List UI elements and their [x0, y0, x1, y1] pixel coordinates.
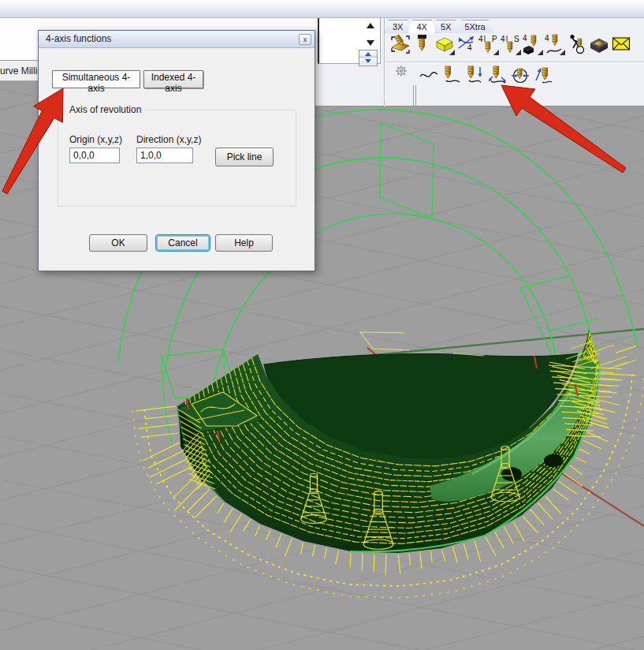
help-button[interactable]: Help [215, 234, 273, 252]
sash-handle[interactable] [413, 85, 416, 106]
ribbon-tab-5x[interactable]: 5X [432, 20, 460, 33]
axis-of-revolution-group: Axis of revolution Origin (x,y,z) Direct… [58, 110, 296, 207]
svg-text:S: S [514, 35, 519, 43]
plunge-drill-icon[interactable] [411, 33, 433, 57]
svg-text:P: P [492, 35, 497, 43]
close-icon[interactable]: x [299, 34, 311, 45]
cancel-button[interactable]: Cancel [155, 234, 210, 252]
rotary-axis-icon[interactable]: 4 [456, 33, 477, 57]
pick-line-button[interactable]: Pick line [215, 148, 274, 166]
svg-text:4: 4 [467, 43, 472, 52]
drill-curve-icon[interactable] [441, 65, 462, 88]
svg-text:4: 4 [545, 34, 549, 43]
dialog-title: 4-axis functions [39, 31, 111, 47]
ribbon-tabs: 3X4X5X5Xtra [388, 20, 494, 33]
svg-text:4: 4 [501, 35, 505, 43]
ribbon-tab-3x[interactable]: 3X [384, 20, 411, 33]
tab-curve-milling-label: urve Millin [0, 65, 38, 77]
mail-icon[interactable] [610, 33, 631, 57]
indexed-4axis-button[interactable]: Indexed 4-axis [143, 70, 203, 88]
machine-bed-icon[interactable] [588, 33, 609, 57]
four-axis-curve-icon[interactable]: 4 [544, 33, 565, 57]
four-axis-block-icon[interactable]: 4 [522, 33, 543, 57]
spin-down-button[interactable] [359, 58, 377, 65]
dialog-4axis-functions: 4-axis functions x Simultaneous 4-axis I… [38, 30, 315, 271]
tab-curve-milling[interactable]: urve Millin [0, 60, 38, 81]
gear-icon[interactable] [394, 64, 408, 78]
left-panel: urve Millin [0, 18, 38, 81]
ribbon-divider [386, 62, 644, 63]
curve-icon[interactable] [418, 65, 439, 88]
surface-mill-icon[interactable] [389, 33, 411, 57]
scroll-down-icon[interactable] [367, 40, 374, 46]
ribbon-tab-5xtra[interactable]: 5Xtra [456, 20, 493, 33]
spinner-control[interactable] [359, 50, 378, 66]
spin-up-button[interactable] [359, 50, 377, 58]
spin-up-icon [365, 52, 371, 56]
scroll-up-icon[interactable] [367, 23, 374, 28]
svg-text:4: 4 [478, 35, 483, 43]
top-toolbar [0, 0, 644, 18]
svg-text:4: 4 [523, 34, 527, 43]
drill-curve-in-icon[interactable] [509, 65, 530, 88]
origin-input[interactable] [69, 148, 120, 163]
dialog-titlebar[interactable]: 4-axis functions x [39, 31, 315, 48]
drill-curve-out-icon[interactable] [486, 65, 508, 88]
spin-down-icon [365, 59, 371, 63]
four-axis-parallel-icon[interactable]: 4P [478, 33, 499, 57]
toolbar-background [38, 18, 315, 31]
simultaneous-4axis-button[interactable]: Simultaneous 4-axis [52, 70, 140, 88]
drill-curve-up-icon[interactable] [532, 65, 553, 88]
ok-button[interactable]: OK [89, 234, 147, 252]
four-axis-spiral-icon[interactable]: 4S [500, 33, 521, 57]
origin-label: Origin (x,y,z) [69, 134, 122, 145]
direction-label: Direction (x,y,z) [136, 134, 201, 145]
group-label: Axis of revolution [66, 104, 144, 115]
drill-curve-down-icon[interactable] [463, 65, 485, 88]
stock-box-icon[interactable] [434, 33, 455, 57]
operator-icon[interactable] [566, 33, 587, 57]
ribbon-tab-4x[interactable]: 4X [408, 20, 435, 33]
ribbon-icon-row-2 [418, 65, 553, 88]
direction-input[interactable] [136, 148, 193, 163]
ribbon: 3X4X5X5Xtra 44P4S44 [315, 18, 644, 106]
ribbon-icon-row-1: 44P4S44 [389, 33, 631, 57]
